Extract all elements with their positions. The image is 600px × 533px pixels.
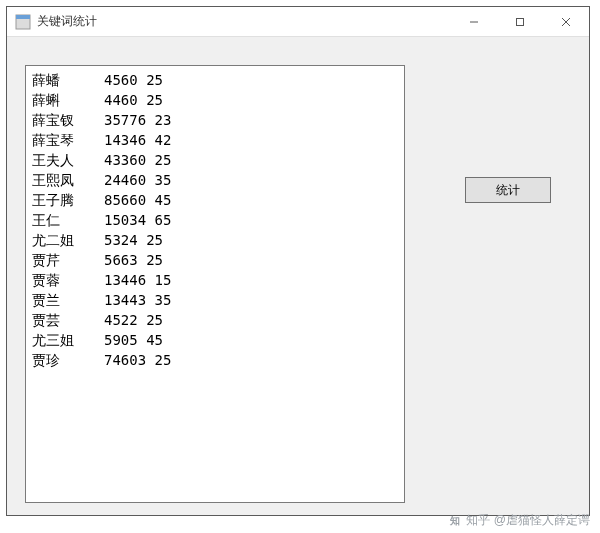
list-item[interactable]: 王夫人43360 25 — [32, 150, 398, 170]
window-title: 关键词统计 — [37, 13, 97, 30]
list-item-name: 王子腾 — [32, 190, 104, 210]
list-item-name: 尤三姐 — [32, 330, 104, 350]
list-item-values: 14346 42 — [104, 130, 398, 150]
keyword-listbox[interactable]: 薛蟠4560 25薛蝌4460 25薛宝钗35776 23薛宝琴14346 42… — [25, 65, 405, 503]
svg-rect-1 — [16, 15, 30, 19]
list-item[interactable]: 薛蝌4460 25 — [32, 90, 398, 110]
list-item-name: 贾蓉 — [32, 270, 104, 290]
list-item-name: 王熙凤 — [32, 170, 104, 190]
list-item-values: 4522 25 — [104, 310, 398, 330]
stat-button-label: 统计 — [496, 182, 520, 199]
list-item-values: 5663 25 — [104, 250, 398, 270]
watermark-text: 知乎 @虐猫怪人薛定谔 — [466, 512, 590, 529]
titlebar: 关键词统计 — [7, 7, 589, 37]
zhihu-icon: 知 — [448, 514, 462, 528]
list-item-name: 贾芸 — [32, 310, 104, 330]
list-item-values: 4560 25 — [104, 70, 398, 90]
list-item[interactable]: 薛宝钗35776 23 — [32, 110, 398, 130]
list-item-name: 王仁 — [32, 210, 104, 230]
list-item-name: 薛蟠 — [32, 70, 104, 90]
list-item-name: 尤二姐 — [32, 230, 104, 250]
client-area: 薛蟠4560 25薛蝌4460 25薛宝钗35776 23薛宝琴14346 42… — [7, 37, 589, 515]
list-item[interactable]: 贾蓉13446 15 — [32, 270, 398, 290]
list-item[interactable]: 王熙凤24460 35 — [32, 170, 398, 190]
list-item-values: 85660 45 — [104, 190, 398, 210]
list-item-values: 24460 35 — [104, 170, 398, 190]
list-item-values: 13446 15 — [104, 270, 398, 290]
list-item-values: 74603 25 — [104, 350, 398, 370]
list-item-values: 4460 25 — [104, 90, 398, 110]
list-item-name: 贾珍 — [32, 350, 104, 370]
list-item-values: 15034 65 — [104, 210, 398, 230]
list-item-values: 35776 23 — [104, 110, 398, 130]
list-item[interactable]: 尤三姐5905 45 — [32, 330, 398, 350]
stat-button[interactable]: 统计 — [465, 177, 551, 203]
app-window: 关键词统计 薛蟠4560 25薛蝌4460 25薛宝钗35776 23薛宝琴14… — [6, 6, 590, 516]
list-item[interactable]: 尤二姐5324 25 — [32, 230, 398, 250]
screenshot-root: 关键词统计 薛蟠4560 25薛蝌4460 25薛宝钗35776 23薛宝琴14… — [0, 0, 600, 533]
close-icon — [561, 17, 571, 27]
maximize-button[interactable] — [497, 7, 543, 37]
list-item[interactable]: 王仁15034 65 — [32, 210, 398, 230]
list-item-name: 贾芹 — [32, 250, 104, 270]
list-item[interactable]: 贾珍74603 25 — [32, 350, 398, 370]
list-item[interactable]: 贾芹5663 25 — [32, 250, 398, 270]
app-icon — [15, 14, 31, 30]
list-item[interactable]: 贾兰13443 35 — [32, 290, 398, 310]
close-button[interactable] — [543, 7, 589, 37]
minimize-button[interactable] — [451, 7, 497, 37]
list-item[interactable]: 贾芸4522 25 — [32, 310, 398, 330]
list-item-name: 薛蝌 — [32, 90, 104, 110]
list-item[interactable]: 王子腾85660 45 — [32, 190, 398, 210]
watermark: 知 知乎 @虐猫怪人薛定谔 — [448, 512, 590, 529]
list-item-values: 5324 25 — [104, 230, 398, 250]
list-item-name: 薛宝钗 — [32, 110, 104, 130]
list-item-name: 薛宝琴 — [32, 130, 104, 150]
list-item[interactable]: 薛蟠4560 25 — [32, 70, 398, 90]
list-item-name: 王夫人 — [32, 150, 104, 170]
list-item-name: 贾兰 — [32, 290, 104, 310]
list-item-values: 13443 35 — [104, 290, 398, 310]
maximize-icon — [515, 17, 525, 27]
list-item-values: 43360 25 — [104, 150, 398, 170]
minimize-icon — [469, 17, 479, 27]
svg-rect-3 — [517, 18, 524, 25]
list-item[interactable]: 薛宝琴14346 42 — [32, 130, 398, 150]
list-item-values: 5905 45 — [104, 330, 398, 350]
